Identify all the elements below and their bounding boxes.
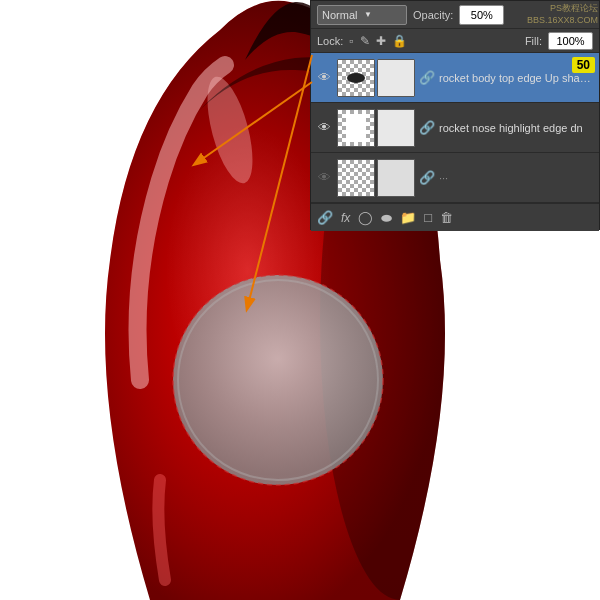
layer2-content-thumb [337,109,375,147]
svg-point-3 [173,275,383,485]
layer-row-2[interactable]: 👁 🔗 rocket nose highlight edge dn [311,103,599,153]
blend-mode-dropdown[interactable]: Normal ▼ [317,5,407,25]
fill-label: Fill: [525,35,542,47]
layers-panel: Normal ▼ Opacity: Lock: ▫ ✎ ✚ 🔒 Fill: 👁 … [310,0,600,230]
layer1-thumbnails [337,59,415,97]
layer-row-3[interactable]: 👁 🔗 ··· [311,153,599,203]
lock-all-icon[interactable]: 🔒 [392,34,407,48]
layer3-name: ··· [439,172,595,184]
link-layers-icon[interactable]: 🔗 [317,210,333,225]
lock-paint-icon[interactable]: ✎ [360,34,370,48]
layer1-chain-icon: 🔗 [419,70,435,85]
layer2-chain-icon: 🔗 [419,120,435,135]
layer2-thumbnails [337,109,415,147]
lock-transparent-icon[interactable]: ▫ [349,34,353,48]
layer3-chain-icon: 🔗 [419,170,435,185]
fx-icon[interactable]: fx [341,211,350,225]
layer2-visibility-toggle[interactable]: 👁 [315,119,333,137]
layer1-name: rocket body top edge Up shadow [439,72,595,84]
lock-move-icon[interactable]: ✚ [376,34,386,48]
blend-mode-value: Normal [322,9,360,21]
fill-input[interactable] [548,32,593,50]
delete-layer-icon[interactable]: 🗑 [440,210,453,225]
opacity-badge: 50 [572,57,595,73]
layer3-mask-thumb [377,159,415,197]
new-layer-icon[interactable]: □ [424,210,432,225]
layer3-content-thumb [337,159,375,197]
layer2-name: rocket nose highlight edge dn [439,122,595,134]
opacity-label: Opacity: [413,9,453,21]
layer2-mask-thumb [377,109,415,147]
blend-opacity-bar: Normal ▼ Opacity: [311,1,599,29]
layer3-visibility-toggle[interactable]: 👁 [315,169,333,187]
layer1-mask-thumb [377,59,415,97]
opacity-input[interactable] [459,5,504,25]
layer1-visibility-toggle[interactable]: 👁 [315,69,333,87]
mask-icon[interactable]: ⬬ [381,210,392,226]
folder-icon[interactable]: 📁 [400,210,416,225]
layer-row-1[interactable]: 👁 🔗 rocket body top edge Up shadow 50 [311,53,599,103]
lock-fill-bar: Lock: ▫ ✎ ✚ 🔒 Fill: [311,29,599,53]
adjustment-icon[interactable]: ◯ [358,210,373,225]
layer3-thumbnails [337,159,415,197]
blend-mode-arrow: ▼ [364,10,402,19]
layer1-content-thumb [337,59,375,97]
layers-bottom-toolbar: 🔗 fx ◯ ⬬ 📁 □ 🗑 [311,203,599,231]
lock-label: Lock: [317,35,343,47]
